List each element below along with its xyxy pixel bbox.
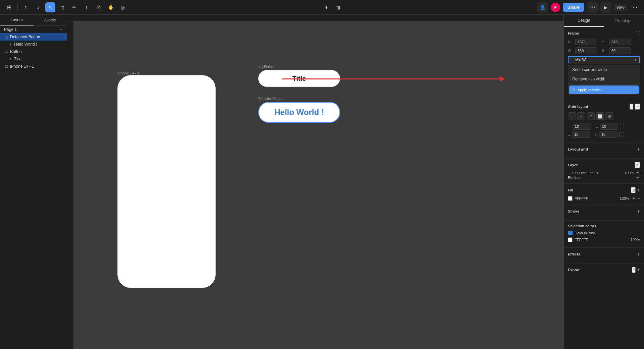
spacing-row-1: ↔ ⊏ ⛶ bbox=[568, 123, 640, 130]
padding-v-input[interactable] bbox=[599, 131, 618, 138]
theme-toggle[interactable]: ♦ bbox=[321, 2, 331, 12]
dark-mode-toggle[interactable]: ◑ bbox=[333, 2, 343, 12]
stroke-section: Stroke + bbox=[564, 205, 644, 221]
auto-layout-more[interactable]: ⋯ bbox=[635, 104, 640, 110]
layer-title[interactable]: T Title bbox=[0, 55, 67, 63]
v-spacing: ⊏ ⛶ bbox=[596, 123, 624, 130]
xy-row: X Y bbox=[568, 39, 640, 45]
h-label: H bbox=[602, 49, 607, 53]
white-color-label: FFFFFF bbox=[575, 238, 629, 242]
select-tool[interactable]: ↖ bbox=[45, 2, 55, 12]
detached-button-component: Detached Button Hello World ! bbox=[258, 97, 340, 123]
iphone-frame[interactable] bbox=[117, 75, 216, 288]
export-header: Export ? + bbox=[568, 267, 640, 273]
remove-fill[interactable]: − bbox=[637, 196, 640, 201]
tab-design[interactable]: Design bbox=[564, 15, 604, 27]
blue-color-swatch[interactable] bbox=[568, 231, 573, 235]
layer-detached-button[interactable]: ⬡ Detached Button bbox=[0, 33, 67, 41]
layout-direction-right[interactable]: → bbox=[577, 112, 585, 120]
frame-title: Frame bbox=[568, 31, 579, 35]
fill-title: Fill bbox=[568, 188, 573, 192]
layer-button[interactable]: ⬡ Button bbox=[0, 48, 67, 55]
layer-label: iPhone 14 - 1 bbox=[10, 64, 34, 69]
auto-layout-header: Auto layout − ⋯ bbox=[568, 104, 640, 110]
toolbar: ⊞ ↖ # ↖ ◻ ✏ T ⚄ ✋ ◎ ♦ ◑ 👤 P Share </> ▶ … bbox=[0, 0, 644, 15]
zoom-level[interactable]: 98% bbox=[614, 4, 627, 11]
arrow-head bbox=[500, 76, 505, 81]
white-color-swatch[interactable] bbox=[568, 237, 573, 242]
hand-tool[interactable]: ✋ bbox=[106, 2, 116, 12]
y-label: Y bbox=[602, 40, 607, 44]
layer-eye-button[interactable]: 👁 bbox=[636, 171, 640, 175]
presenter-button[interactable]: 👤 bbox=[537, 2, 548, 13]
layer-section: Layer 👁 ○ Pass through ▼ 100% 👁 Boolean … bbox=[564, 159, 644, 184]
fill-visibility[interactable]: 👁 bbox=[631, 196, 635, 201]
fill-header: Fill ⊞ + bbox=[568, 187, 640, 193]
layout-grid-header: Layout grid + bbox=[568, 146, 640, 152]
tab-assets[interactable]: Assets bbox=[34, 15, 67, 25]
auto-layout-minus[interactable]: − bbox=[630, 104, 633, 110]
h-input[interactable] bbox=[609, 47, 631, 54]
export-help[interactable]: ? bbox=[632, 267, 636, 273]
add-layout-grid[interactable]: + bbox=[637, 146, 640, 152]
hello-world-button[interactable]: Hello World ! bbox=[258, 102, 340, 123]
layout-align[interactable]: ⬜ bbox=[596, 112, 604, 120]
frame-actions: ⛶ bbox=[635, 31, 640, 36]
diamond-icon: ♦ bbox=[258, 65, 260, 69]
share-button[interactable]: Share bbox=[563, 3, 584, 12]
layout-distribute[interactable]: ⊞ bbox=[605, 112, 613, 120]
frame-tool[interactable]: # bbox=[33, 2, 43, 12]
layer-hello-world[interactable]: T Hello World ! bbox=[0, 41, 67, 48]
padding-v: ⊓ ⛶ bbox=[595, 131, 624, 138]
add-export[interactable]: + bbox=[637, 267, 640, 273]
more-options[interactable]: ⋯ bbox=[630, 2, 640, 12]
menu-button[interactable]: ⊞ bbox=[4, 2, 14, 12]
page-chevron: ▼ bbox=[59, 28, 63, 32]
pen-tool[interactable]: ✏ bbox=[69, 2, 79, 12]
layer-visibility[interactable]: 👁 bbox=[635, 162, 640, 168]
auto-layout-actions: − ⋯ bbox=[630, 104, 640, 110]
text-tool[interactable]: T bbox=[82, 2, 92, 12]
comment-tool[interactable]: ◎ bbox=[118, 2, 128, 12]
tab-prototype[interactable]: Prototype bbox=[604, 15, 644, 27]
layer-section-header: Layer 👁 bbox=[568, 162, 640, 168]
canvas-area[interactable]: -700 -600 -500 -400 -300 -200 -100 0 100… bbox=[67, 15, 564, 349]
fill-actions: ⊞ + bbox=[631, 187, 640, 193]
user-avatar: P bbox=[551, 3, 560, 12]
code-button[interactable]: </> bbox=[587, 2, 598, 13]
set-current-width-option[interactable]: Set to current width bbox=[568, 65, 640, 74]
x-input[interactable] bbox=[575, 39, 597, 45]
shape-tool[interactable]: ◻ bbox=[57, 2, 67, 12]
padding-expand[interactable]: ⛶ bbox=[619, 132, 624, 137]
selection-color-row-2: FFFFFF 100% bbox=[568, 237, 640, 242]
expand-button[interactable]: ⛶ bbox=[635, 31, 640, 36]
move-tool[interactable]: ↖ bbox=[21, 2, 31, 12]
tab-layers[interactable]: Layers bbox=[0, 15, 34, 25]
page-selector[interactable]: Page 1 ▼ bbox=[0, 26, 67, 33]
add-fill[interactable]: + bbox=[637, 187, 640, 193]
h-spacing-input[interactable] bbox=[573, 123, 591, 130]
fill-section: Fill ⊞ + FFFFFF 100% 👁 − bbox=[564, 184, 644, 205]
remove-min-width-option[interactable]: Remove min width bbox=[568, 74, 640, 84]
layer-blend-row: ○ Pass through ▼ 100% 👁 bbox=[568, 171, 640, 175]
spacing-expand[interactable]: ⛶ bbox=[620, 124, 624, 129]
layer-iphone[interactable]: ☐ iPhone 14 - 1 bbox=[0, 63, 67, 70]
component-tool[interactable]: ⚄ bbox=[94, 2, 104, 12]
panel-tabs: Design Prototype bbox=[564, 15, 644, 27]
v-spacing-input[interactable] bbox=[600, 123, 618, 130]
add-effect[interactable]: + bbox=[637, 251, 640, 257]
apply-variable-button[interactable]: ⊕ Apply variable... bbox=[569, 85, 639, 94]
fill-color-swatch[interactable] bbox=[568, 196, 573, 201]
y-input[interactable] bbox=[609, 39, 631, 45]
layout-wrap[interactable]: ↺ bbox=[587, 112, 595, 120]
padding-h-input[interactable] bbox=[572, 131, 590, 138]
play-button[interactable]: ▶ bbox=[600, 2, 611, 13]
min-w-dropdown[interactable]: ↔ Min W ▼ bbox=[568, 56, 640, 63]
layout-direction-down[interactable]: ↓ bbox=[568, 112, 576, 120]
white-color-opacity: 100% bbox=[631, 238, 640, 242]
min-w-section: ↔ Min W ▼ Set to current width Remove mi… bbox=[568, 56, 640, 95]
fill-grid[interactable]: ⊞ bbox=[631, 187, 636, 193]
add-stroke[interactable]: + bbox=[637, 208, 640, 214]
detached-label: Detached Button bbox=[258, 97, 340, 101]
w-input[interactable] bbox=[575, 47, 597, 54]
